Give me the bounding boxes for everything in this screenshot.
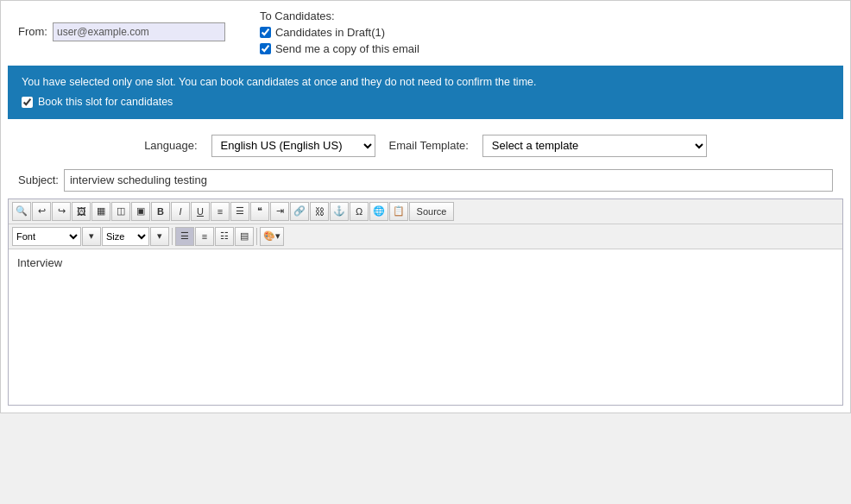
tb-sep1 [172, 228, 173, 245]
book-slot-label: Book this slot for candidates [38, 94, 173, 110]
font-dropdown-btn[interactable]: ▾ [82, 227, 101, 246]
paste-btn[interactable]: 📋 [389, 202, 408, 221]
tb-sep2 [256, 228, 257, 245]
redo-btn[interactable]: ↪ [52, 202, 71, 221]
from-label: From: [18, 25, 47, 38]
subject-row: Subject: [1, 164, 850, 195]
to-candidates-section: To Candidates: Candidates in Draft(1) Se… [260, 8, 419, 55]
source-btn[interactable]: Source [409, 202, 454, 221]
special-char-btn[interactable]: Ω [350, 202, 369, 221]
toolbar-row1: 🔍 ↩ ↪ 🖼 ▦ ◫ ▣ B I U ≡ ☰ ❝ ⇥ 🔗 ⛓ ⚓ Ω 🌐 📋 … [9, 199, 842, 224]
from-row: From: [18, 8, 225, 55]
insert2-btn[interactable]: ▣ [131, 202, 150, 221]
editor-content[interactable]: Interview [9, 249, 842, 405]
list-ol-btn[interactable]: ≡ [211, 202, 230, 221]
insert1-btn[interactable]: ◫ [111, 202, 130, 221]
candidates-in-draft-checkbox[interactable] [260, 27, 271, 38]
subject-input[interactable] [64, 169, 833, 192]
send-copy-row: Send me a copy of this email [260, 42, 419, 55]
image-btn[interactable]: 🖼 [72, 202, 91, 221]
align-justify-btn[interactable]: ▤ [235, 227, 254, 246]
to-candidates-label: To Candidates: [260, 9, 419, 22]
table-btn[interactable]: ▦ [91, 202, 110, 221]
send-copy-label: Send me a copy of this email [275, 42, 419, 55]
lang-template-row: Language: English US (English US) Email … [1, 124, 850, 164]
candidates-in-draft-row: Candidates in Draft(1) [260, 26, 419, 39]
link-btn[interactable]: 🔗 [290, 202, 309, 221]
bold-btn[interactable]: B [151, 202, 170, 221]
italic-btn[interactable]: I [171, 202, 190, 221]
main-container: From: To Candidates: Candidates in Draft… [0, 0, 851, 413]
email-template-label: Email Template: [389, 139, 469, 152]
blockquote-btn[interactable]: ❝ [250, 202, 269, 221]
indent-btn[interactable]: ⇥ [270, 202, 289, 221]
list-ul-btn[interactable]: ☰ [230, 202, 249, 221]
info-banner-message: You have selected only one slot. You can… [22, 76, 536, 88]
book-slot-checkbox[interactable] [22, 97, 33, 108]
candidates-in-draft-label: Candidates in Draft(1) [275, 26, 385, 39]
size-dropdown-btn[interactable]: ▾ [150, 227, 169, 246]
underline-btn[interactable]: U [191, 202, 210, 221]
from-input[interactable] [53, 22, 225, 41]
size-select[interactable]: Size [102, 227, 149, 246]
emoticon-btn[interactable]: 🌐 [369, 202, 388, 221]
anchor-btn[interactable]: ⚓ [330, 202, 349, 221]
info-banner: You have selected only one slot. You can… [8, 66, 843, 119]
top-section: From: To Candidates: Candidates in Draft… [1, 1, 850, 60]
toolbar-row2: Font ▾ Size ▾ ☰ ≡ ☷ ▤ 🎨▾ [9, 224, 842, 249]
unlink-btn[interactable]: ⛓ [310, 202, 329, 221]
align-right-btn[interactable]: ☷ [215, 227, 234, 246]
align-center-btn[interactable]: ≡ [195, 227, 214, 246]
align-left-btn[interactable]: ☰ [175, 227, 194, 246]
font-select[interactable]: Font [12, 227, 81, 246]
search-btn[interactable]: 🔍 [12, 202, 31, 221]
undo-btn[interactable]: ↩ [32, 202, 51, 221]
editor-container: 🔍 ↩ ↪ 🖼 ▦ ◫ ▣ B I U ≡ ☰ ❝ ⇥ 🔗 ⛓ ⚓ Ω 🌐 📋 … [8, 198, 843, 406]
send-copy-checkbox[interactable] [260, 43, 271, 54]
email-template-select[interactable]: Select a template [482, 135, 707, 157]
language-select[interactable]: English US (English US) [211, 135, 375, 157]
book-row: Book this slot for candidates [22, 94, 829, 110]
language-label: Language: [144, 139, 197, 152]
subject-label: Subject: [18, 173, 59, 186]
color-btn[interactable]: 🎨▾ [260, 227, 284, 246]
